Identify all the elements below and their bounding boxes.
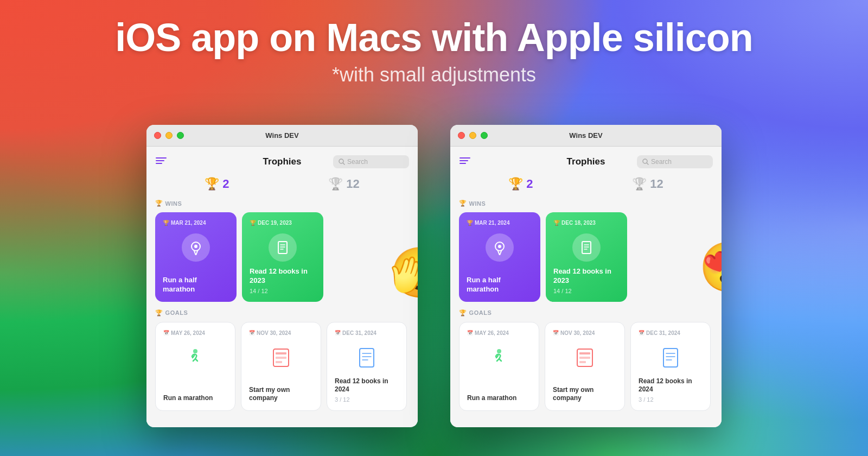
wins-trophy-icon-left: 🏆 [155, 200, 163, 207]
goals-cards-left: 📅 MAY 26, 2024 Run a marathon [155, 322, 409, 411]
svg-rect-36 [663, 349, 678, 367]
goal-card-1-name-right: Run a marathon [467, 394, 531, 403]
window-content-left: Trophies Search 🏆 2 🏆 12 [146, 147, 418, 427]
wins-cards-left: 🏆 MAR 21, 2024 Run a [155, 212, 409, 302]
svg-rect-7 [278, 242, 287, 254]
win-card-1-name-left: Run a half marathon [163, 276, 229, 294]
svg-rect-15 [276, 361, 282, 363]
win-card-2-left[interactable]: 🏆 DEC 19, 2023 Read [242, 212, 323, 302]
goals-cards-right: 📅 MAY 26, 2024 Run a marathon [459, 322, 713, 411]
goal-card-3-icon-right [639, 344, 703, 372]
trophy-count-purple-value-left: 2 [222, 177, 229, 191]
traffic-light-red-left[interactable] [154, 132, 161, 139]
trophy-icon-gray-right: 🏆 [632, 177, 647, 191]
window-title-right: Wins DEV [569, 131, 602, 140]
goal-card-1-date-right: 📅 MAY 26, 2024 [467, 330, 531, 336]
goal-card-3-right[interactable]: 📅 DEC 31, 2024 Read 12 books in 2024 3 /… [630, 322, 711, 411]
goal-card-1-date-left: 📅 MAY 26, 2024 [163, 330, 227, 336]
hero-section: iOS app on Macs with Apple silicon *with… [0, 0, 868, 86]
title-bar-right: Wins DEV [450, 125, 722, 147]
goal-card-3-date-left: 📅 DEC 31, 2024 [335, 330, 399, 336]
top-bar-right: Trophies Search [459, 155, 713, 168]
filter-icon-right[interactable] [459, 156, 471, 168]
goal-card-2-icon-right [553, 344, 617, 372]
trophies-header-left: Trophies [263, 156, 302, 167]
filter-icon-left[interactable] [155, 156, 167, 168]
svg-point-11 [193, 349, 197, 353]
goal-card-2-right[interactable]: 📅 NOV 30, 2024 Start my own company [545, 322, 625, 411]
goals-label-left: 🏆 GOALS [155, 309, 409, 316]
trophy-count-gray-left: 🏆 12 [328, 177, 359, 191]
traffic-light-yellow-right[interactable] [469, 132, 476, 139]
svg-rect-27 [582, 242, 591, 254]
win-card-2-date-right: 🏆 DEC 18, 2023 [553, 220, 620, 226]
win-card-2-progress-left: 14 / 12 [250, 288, 316, 294]
goal-card-1-right[interactable]: 📅 MAY 26, 2024 Run a marathon [459, 322, 539, 411]
svg-line-24 [647, 163, 648, 164]
goal-card-3-date-right: 📅 DEC 31, 2024 [639, 330, 703, 336]
window-right: Wins DEV Trophies [450, 125, 722, 427]
emoji-right: 😍 [699, 239, 722, 296]
goal-card-3-progress-right: 3 / 12 [639, 396, 703, 403]
wins-trophy-icon-right: 🏆 [459, 200, 467, 207]
goal-card-2-date-left: 📅 NOV 30, 2024 [249, 330, 313, 336]
goal-card-3-name-right: Read 12 books in 2024 [639, 377, 703, 394]
svg-rect-16 [360, 349, 374, 367]
trophy-counts-left: 🏆 2 🏆 12 [155, 177, 409, 191]
svg-point-31 [497, 349, 501, 353]
search-box-right[interactable]: Search [637, 155, 713, 168]
trophies-header-right: Trophies [567, 156, 605, 167]
hero-subtitle: *with small adjustments [0, 64, 868, 86]
win-card-1-icon-left [163, 233, 229, 262]
goal-card-2-left[interactable]: 📅 NOV 30, 2024 Start my own company [241, 322, 321, 411]
win-card-1-icon-right [467, 233, 533, 262]
win-card-1-date-right: 🏆 MAR 21, 2024 [467, 220, 533, 226]
goal-card-3-name-left: Read 12 books in 2024 [335, 377, 399, 394]
window-left: Wins DEV Trophies [146, 125, 418, 427]
trophy-icon-purple-left: 🏆 [205, 177, 219, 191]
traffic-light-green-right[interactable] [481, 132, 488, 139]
win-card-1-date-left: 🏆 MAR 21, 2024 [163, 220, 229, 226]
traffic-light-yellow-left[interactable] [165, 132, 173, 139]
search-box-left[interactable]: Search [333, 155, 409, 168]
trophy-count-purple-value-right: 2 [526, 177, 533, 191]
goals-trophy-icon-right: 🏆 [459, 309, 467, 316]
traffic-lights-right [458, 132, 488, 139]
goal-card-2-name-right: Start my own company [553, 386, 617, 403]
windows-container: Wins DEV Trophies [0, 125, 868, 427]
wins-cards-right: 🏆 MAR 21, 2024 Run a half marathon [459, 212, 713, 302]
win-card-2-right[interactable]: 🏆 DEC 18, 2023 Read [546, 212, 627, 302]
search-placeholder-right: Search [651, 158, 672, 166]
goal-card-2-name-left: Start my own company [249, 386, 313, 403]
window-content-right: Trophies Search 🏆 2 🏆 12 [450, 147, 722, 427]
traffic-light-green-left[interactable] [177, 132, 184, 139]
goal-card-1-left[interactable]: 📅 MAY 26, 2024 Run a marathon [155, 322, 235, 411]
win-card-2-icon-right [553, 233, 620, 262]
svg-line-4 [343, 163, 344, 164]
goal-card-2-date-right: 📅 NOV 30, 2024 [553, 330, 617, 336]
svg-rect-35 [579, 361, 586, 363]
svg-rect-34 [579, 357, 590, 359]
win-card-1-left[interactable]: 🏆 MAR 21, 2024 Run a [155, 212, 237, 302]
top-bar-left: Trophies Search [155, 155, 409, 168]
title-bar-left: Wins DEV [146, 125, 418, 147]
win-card-2-name-right: Read 12 books in 2023 [553, 267, 620, 286]
win-card-2-name-left: Read 12 books in 2023 [250, 267, 316, 286]
trophy-count-gray-value-right: 12 [650, 177, 663, 191]
wins-label-left: 🏆 WINS [155, 200, 409, 207]
win-card-2-progress-right: 14 / 12 [553, 288, 620, 294]
win-card-2-date-left: 🏆 DEC 19, 2023 [250, 220, 316, 226]
trophy-icon-purple-right: 🏆 [508, 177, 523, 191]
svg-rect-13 [276, 352, 286, 354]
emoji-left: 🫣 [390, 244, 418, 301]
wins-label-right: 🏆 WINS [459, 200, 713, 207]
traffic-light-red-right[interactable] [458, 132, 465, 139]
hero-title: iOS app on Macs with Apple silicon [0, 16, 868, 59]
win-card-2-icon-left [250, 233, 316, 262]
trophy-count-purple-left: 🏆 2 [205, 177, 229, 191]
svg-rect-33 [579, 352, 590, 354]
goal-card-3-left[interactable]: 📅 DEC 31, 2024 Read 12 books in 2024 3 /… [327, 322, 407, 411]
win-card-1-right[interactable]: 🏆 MAR 21, 2024 Run a half marathon [459, 212, 540, 302]
goal-card-3-icon-left [335, 344, 399, 372]
goal-card-1-icon-right [467, 344, 531, 372]
